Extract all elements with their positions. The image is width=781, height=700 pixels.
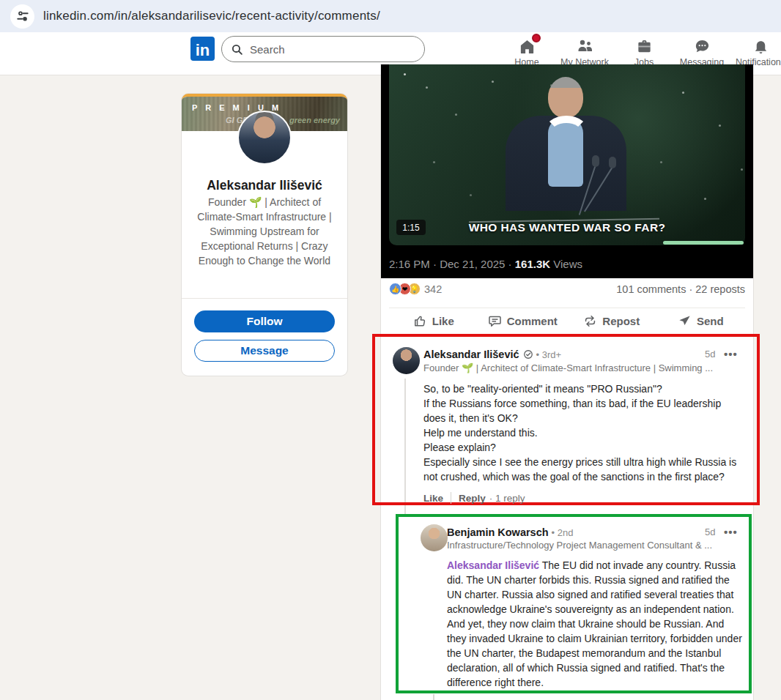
banner-text-right: green energy — [289, 116, 340, 124]
verified-badge-icon — [523, 349, 533, 360]
next-thread-line — [433, 694, 434, 700]
send-button[interactable]: Send — [656, 308, 746, 334]
send-label: Send — [697, 315, 724, 327]
comment-line: Especially since I see the energy prices… — [423, 455, 746, 484]
comment-line: If the Russians force something, than it… — [423, 396, 746, 425]
post-actions-bar: Like Comment Repost Send — [389, 308, 745, 334]
card-divider — [182, 298, 347, 299]
mention-link[interactable]: Aleksandar Ilišević — [447, 559, 539, 571]
comment-label: Comment — [507, 315, 558, 327]
comment-overflow-menu[interactable]: ••• — [724, 348, 738, 360]
comments-reposts-count[interactable]: 101 comments · 22 reposts — [616, 283, 745, 295]
post-datetime: 2:16 PM · Dec 21, 2025 · — [389, 258, 515, 270]
profile-headline: Founder 🌱 | Architect of Climate-Smart I… — [193, 195, 336, 268]
profile-name[interactable]: Aleksandar Ilišević — [182, 178, 347, 193]
connection-degree: • 3rd+ — [536, 349, 562, 360]
nav-home[interactable]: Home — [499, 37, 555, 67]
reply-author-name[interactable]: Benjamin Kowarsch — [447, 526, 549, 538]
comment-button[interactable]: Comment — [478, 308, 568, 334]
nav-messaging[interactable]: Messaging — [674, 37, 730, 67]
comment-line: Help me understand this. — [423, 425, 746, 440]
profile-avatar[interactable] — [237, 111, 292, 165]
views-count: 161.3K — [515, 258, 550, 270]
search-input[interactable] — [250, 43, 396, 56]
footer-divider — [451, 492, 451, 504]
search-bar[interactable] — [221, 36, 425, 62]
reply-author-row[interactable]: Benjamin Kowarsch • 2nd — [447, 526, 696, 538]
search-icon — [231, 43, 243, 56]
connection-degree: • 2nd — [552, 527, 574, 538]
comment-line: Please explain? — [423, 440, 746, 455]
jobs-icon — [636, 37, 653, 56]
speaker-head — [548, 77, 583, 118]
reply-timestamp: 5d — [705, 526, 715, 537]
post-meta: 2:16 PM · Dec 21, 2025 · 161.3K Views — [389, 258, 582, 270]
comment-reply-action[interactable]: Reply — [459, 493, 486, 504]
home-icon — [519, 37, 536, 56]
reply-count[interactable]: · 1 reply — [489, 493, 525, 504]
site-permissions-icon[interactable] — [10, 4, 34, 29]
comment-body: So, to be "reality-oriented" it means "P… — [423, 381, 746, 484]
message-button[interactable]: Message — [194, 340, 335, 362]
video-progress-bar[interactable] — [663, 241, 744, 245]
linkedin-logo[interactable]: in — [190, 37, 215, 61]
url-text[interactable]: linkedin.com/in/aleksandarilisevic/recen… — [43, 9, 380, 23]
microphone — [609, 157, 616, 168]
comment-author-name[interactable]: Aleksandar Ilišević — [423, 349, 519, 360]
reply-body: Aleksandar Ilišević The EU did not invad… — [447, 558, 743, 690]
social-stats-row: 👍 ❤ 💡 342 101 comments · 22 reposts — [389, 283, 745, 295]
nav-jobs[interactable]: Jobs — [616, 37, 672, 67]
comment-author-avatar[interactable] — [393, 347, 420, 374]
like-button[interactable]: Like — [389, 308, 478, 334]
video-background-speckles — [404, 73, 406, 75]
nav-my-network[interactable]: My Network — [557, 37, 612, 67]
notifications-bell-icon — [752, 37, 769, 56]
repost-button[interactable]: Repost — [567, 308, 656, 334]
comment-like-action[interactable]: Like — [423, 493, 443, 504]
comment-line: So, to be "reality-oriented" it means "P… — [423, 381, 746, 396]
reactions-count[interactable]: 342 — [424, 283, 442, 295]
video-loading-arc — [544, 116, 589, 151]
comment-icon — [488, 314, 502, 328]
reply-text: The EU did not invade any country. Russi… — [447, 559, 742, 688]
comment-author-row[interactable]: Aleksandar Ilišević • 3rd+ — [423, 349, 695, 360]
repost-label: Repost — [602, 315, 640, 327]
like-reaction-icon[interactable]: 👍 — [389, 283, 401, 295]
microphone — [592, 155, 599, 167]
notification-dot — [532, 34, 541, 42]
reply-overflow-menu[interactable]: ••• — [724, 526, 738, 538]
nav-notifications[interactable]: Notifications — [733, 37, 781, 67]
comment-author-headline: Founder 🌱 | Architect of Climate-Smart I… — [423, 362, 743, 373]
my-network-icon — [576, 37, 593, 56]
video-caption: WHO HAS WANTED WAR SO FAR? — [389, 221, 745, 234]
views-label: Views — [550, 258, 582, 270]
repost-icon — [583, 314, 597, 328]
like-icon — [413, 314, 427, 328]
browser-url-bar[interactable]: linkedin.com/in/aleksandarilisevic/recen… — [0, 0, 781, 32]
comment-timestamp: 5d — [705, 349, 715, 360]
comment-footer: Like Reply · 1 reply — [423, 492, 525, 504]
reply-author-headline: Infrastructure/Technology Project Manage… — [447, 540, 740, 551]
messaging-icon — [694, 37, 711, 56]
follow-button[interactable]: Follow — [194, 310, 335, 332]
reply-author-avatar[interactable] — [421, 524, 448, 551]
like-label: Like — [432, 315, 454, 327]
video-duration-badge: 1:15 — [396, 220, 426, 235]
send-icon — [678, 314, 692, 328]
